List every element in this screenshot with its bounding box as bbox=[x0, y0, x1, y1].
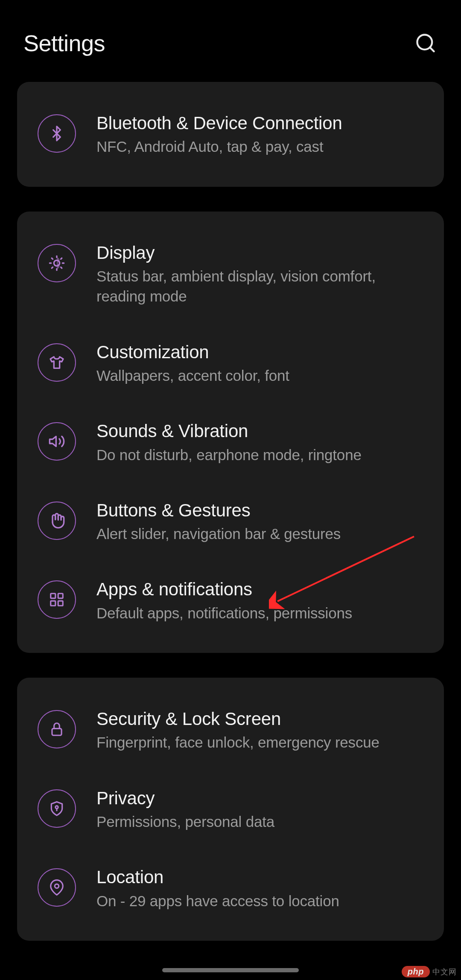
apps-grid-icon bbox=[38, 580, 76, 619]
row-texts: Security & Lock Screen Fingerprint, face… bbox=[96, 707, 423, 753]
bluetooth-device-connection-row[interactable]: Bluetooth & Device Connection NFC, Andro… bbox=[17, 95, 444, 174]
row-title: Apps & notifications bbox=[96, 579, 423, 600]
row-subtitle: Alert slider, navigation bar & gestures bbox=[96, 524, 421, 544]
svg-line-10 bbox=[61, 258, 61, 259]
apps-notifications-row[interactable]: Apps & notifications Default apps, notif… bbox=[17, 561, 444, 640]
row-texts: Location On - 29 apps have access to loc… bbox=[96, 866, 423, 911]
security-lock-screen-row[interactable]: Security & Lock Screen Fingerprint, face… bbox=[17, 690, 444, 770]
row-texts: Customization Wallpapers, accent color, … bbox=[96, 341, 423, 386]
settings-group-connection: Bluetooth & Device Connection NFC, Andro… bbox=[17, 82, 444, 187]
watermark-brand: php bbox=[402, 966, 430, 977]
row-texts: Apps & notifications Default apps, notif… bbox=[96, 578, 423, 623]
svg-marker-11 bbox=[50, 437, 56, 447]
row-subtitle: Fingerprint, face unlock, emergency resc… bbox=[96, 732, 421, 752]
svg-rect-12 bbox=[51, 594, 55, 598]
tshirt-icon bbox=[38, 343, 76, 382]
speaker-icon bbox=[38, 422, 76, 461]
svg-line-5 bbox=[52, 258, 53, 259]
row-subtitle: Default apps, notifications, permissions bbox=[96, 603, 421, 623]
svg-line-9 bbox=[52, 267, 53, 268]
svg-rect-13 bbox=[58, 594, 63, 598]
sounds-vibration-row[interactable]: Sounds & Vibration Do not disturb, earph… bbox=[17, 403, 444, 482]
svg-line-6 bbox=[61, 267, 61, 268]
row-title: Privacy bbox=[96, 788, 423, 809]
navigation-handle[interactable] bbox=[162, 968, 299, 972]
svg-line-1 bbox=[430, 47, 434, 51]
shield-key-icon bbox=[38, 789, 76, 828]
row-title: Bluetooth & Device Connection bbox=[96, 113, 423, 134]
row-title: Customization bbox=[96, 342, 423, 363]
settings-screen: Settings Bluetooth & Device Connection N… bbox=[0, 0, 461, 980]
row-texts: Privacy Permissions, personal data bbox=[96, 787, 423, 832]
svg-rect-15 bbox=[51, 601, 55, 606]
display-row[interactable]: Display Status bar, ambient display, vis… bbox=[17, 224, 444, 324]
row-subtitle: On - 29 apps have access to location bbox=[96, 891, 421, 911]
display-icon bbox=[38, 244, 76, 282]
row-subtitle: NFC, Android Auto, tap & pay, cast bbox=[96, 136, 421, 157]
watermark: php 中文网 bbox=[402, 966, 457, 977]
row-title: Location bbox=[96, 867, 423, 888]
svg-rect-16 bbox=[52, 729, 61, 736]
buttons-gestures-row[interactable]: Buttons & Gestures Alert slider, navigat… bbox=[17, 482, 444, 561]
location-pin-icon bbox=[38, 868, 76, 907]
row-subtitle: Wallpapers, accent color, font bbox=[96, 365, 421, 386]
svg-point-19 bbox=[55, 884, 59, 888]
customization-row[interactable]: Customization Wallpapers, accent color, … bbox=[17, 324, 444, 403]
lock-icon bbox=[38, 710, 76, 748]
row-subtitle: Status bar, ambient display, vision comf… bbox=[96, 266, 421, 307]
row-texts: Sounds & Vibration Do not disturb, earph… bbox=[96, 420, 423, 465]
location-row[interactable]: Location On - 29 apps have access to loc… bbox=[17, 849, 444, 928]
row-title: Display bbox=[96, 242, 423, 264]
settings-group-privacy: Security & Lock Screen Fingerprint, face… bbox=[17, 678, 444, 941]
row-subtitle: Do not disturb, earphone mode, ringtone bbox=[96, 445, 421, 465]
row-title: Buttons & Gestures bbox=[96, 500, 423, 521]
svg-rect-14 bbox=[58, 601, 63, 606]
row-texts: Buttons & Gestures Alert slider, navigat… bbox=[96, 499, 423, 544]
search-icon bbox=[414, 32, 437, 54]
settings-header: Settings bbox=[0, 0, 461, 82]
row-title: Sounds & Vibration bbox=[96, 420, 423, 442]
row-texts: Display Status bar, ambient display, vis… bbox=[96, 241, 423, 307]
bluetooth-icon bbox=[38, 114, 76, 153]
row-title: Security & Lock Screen bbox=[96, 708, 423, 730]
settings-group-device: Display Status bar, ambient display, vis… bbox=[17, 212, 444, 653]
watermark-text: 中文网 bbox=[432, 967, 457, 977]
row-subtitle: Permissions, personal data bbox=[96, 812, 421, 832]
row-texts: Bluetooth & Device Connection NFC, Andro… bbox=[96, 112, 423, 157]
privacy-row[interactable]: Privacy Permissions, personal data bbox=[17, 770, 444, 849]
page-title: Settings bbox=[23, 30, 105, 56]
gesture-icon bbox=[38, 502, 76, 540]
search-button[interactable] bbox=[414, 31, 438, 55]
settings-content[interactable]: Bluetooth & Device Connection NFC, Andro… bbox=[0, 82, 461, 980]
